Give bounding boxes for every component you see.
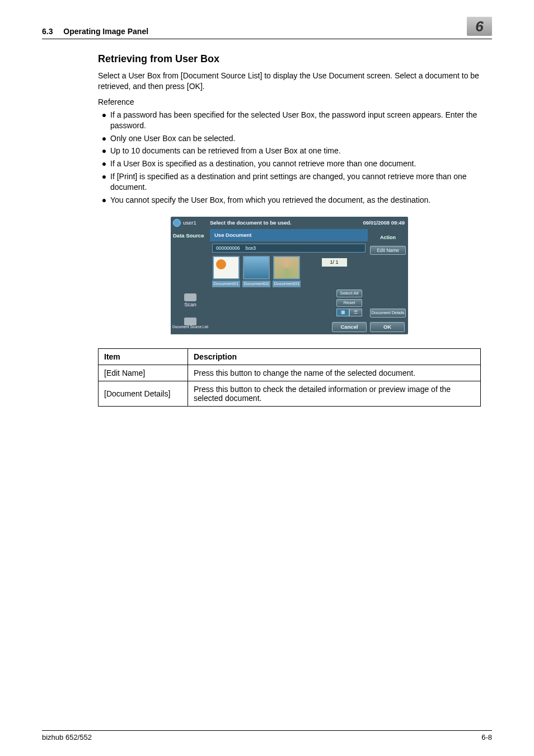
document-thumb[interactable]: Document01 <box>212 256 240 287</box>
table-header-row: Item Description <box>99 348 481 365</box>
action-label: Action <box>380 235 396 240</box>
bullet-item: ●If [Print] is specified as a destinatio… <box>98 171 481 193</box>
footer-page: 6-8 <box>481 733 492 741</box>
bullet-item: ●If a User Box is specified as a destina… <box>98 158 481 169</box>
datetime-label: 09/01/2008 09:49 <box>355 220 408 226</box>
scan-tab[interactable]: Scan <box>171 290 210 312</box>
box-info-bar: 000000006 box3 <box>212 244 366 253</box>
source-list-icon <box>184 318 196 325</box>
description-table: Item Description [Edit Name] Press this … <box>98 348 481 407</box>
edit-name-button[interactable]: Edit Name <box>370 246 406 255</box>
document-thumb[interactable]: Document02 <box>242 256 270 287</box>
user-icon <box>173 219 181 227</box>
cancel-button[interactable]: Cancel <box>332 322 367 332</box>
select-all-button[interactable]: Select All <box>336 290 362 297</box>
col-description: Description <box>188 348 481 365</box>
thumb-image <box>273 256 300 279</box>
cell-item: [Document Details] <box>99 381 188 406</box>
scan-icon <box>184 293 196 301</box>
box-id: 000000006 <box>216 245 240 251</box>
list-view-toggle[interactable]: ☰ <box>349 309 362 316</box>
thumb-image <box>213 256 240 279</box>
chapter-badge: 6 <box>467 17 492 36</box>
intro-paragraph: Select a User Box from [Document Source … <box>98 71 481 92</box>
bullet-item: ●You cannot specify the User Box, from w… <box>98 195 481 206</box>
bullet-item: ●Up to 10 documents can be retrieved fro… <box>98 146 481 156</box>
col-item: Item <box>99 348 188 365</box>
page-indicator: 1/ 1 <box>322 258 347 267</box>
user-label: user1 <box>183 220 196 226</box>
cell-item: [Edit Name] <box>99 365 188 381</box>
document-source-list-tab[interactable]: Document Source List <box>171 312 210 334</box>
page-footer: bizhub 652/552 6-8 <box>42 730 492 741</box>
cell-desc: Press this button to check the detailed … <box>188 381 481 406</box>
section-title: Operating Image Panel <box>63 27 148 36</box>
table-row: [Document Details] Press this button to … <box>99 381 481 406</box>
heading-retrieving: Retrieving from User Box <box>98 53 481 65</box>
page-header: 6.3 Operating Image Panel 6 <box>42 17 492 36</box>
bullet-item: ●Only one User Box can be selected. <box>98 133 481 144</box>
bullet-item: ●If a password has been specified for th… <box>98 110 481 131</box>
screenshot-panel: user1 Select the document to be used. 09… <box>171 217 408 334</box>
header-rule <box>42 39 492 39</box>
use-document-tab[interactable]: Use Document <box>210 229 368 241</box>
cell-desc: Press this button to change the name of … <box>188 365 481 381</box>
document-thumb[interactable]: Document03 <box>273 256 301 287</box>
thumb-label: Document02 <box>242 281 270 287</box>
thumb-image <box>243 256 270 279</box>
thumb-label: Document03 <box>273 281 301 287</box>
thumb-label: Document01 <box>212 281 240 287</box>
source-list-label: Document Source List <box>172 325 208 329</box>
data-source-label: Data Source <box>171 229 210 239</box>
ok-button[interactable]: OK <box>370 322 405 332</box>
reference-list: ●If a password has been specified for th… <box>98 110 481 206</box>
document-details-button[interactable]: Document Details <box>370 309 406 318</box>
section-number: 6.3 <box>42 27 53 36</box>
table-row: [Edit Name] Press this button to change … <box>99 365 481 381</box>
reference-label: Reference <box>98 97 481 106</box>
prompt-message: Select the document to be used. <box>210 220 355 226</box>
grid-view-toggle[interactable]: ▦ <box>336 309 349 316</box>
reset-button[interactable]: Reset <box>336 299 362 307</box>
scan-label: Scan <box>184 301 196 307</box>
box-name: box3 <box>246 245 256 251</box>
footer-product: bizhub 652/552 <box>42 733 92 741</box>
